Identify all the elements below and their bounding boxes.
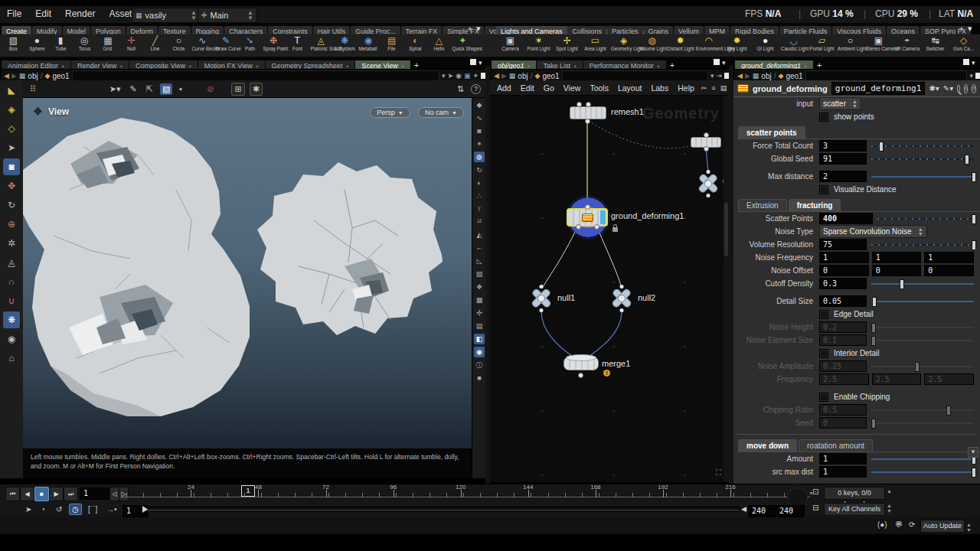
dropdown-noise-type[interactable]: Sparse Convolution Noise▲ ▼ [819,225,927,238]
shelf-tool-stereo-camera[interactable]: ▣Stereo Camera [864,34,893,52]
pivot-icon[interactable]: ⊕ [3,216,20,233]
brush-select-icon[interactable]: ⇱ [144,83,155,95]
chevron-up-icon[interactable]: ▲ [887,488,892,494]
node-label-null2[interactable]: null2 [638,293,655,302]
value-field[interactable]: 1 [872,252,922,263]
layout-split-icon[interactable]: ⇅ [455,83,466,95]
shelf-tool-circle[interactable]: ○Circle [167,34,191,52]
slider-handle[interactable] [871,323,876,333]
layout-selector[interactable]: ✛ Main ▲▼ [198,8,257,23]
node-output-connector[interactable] [576,224,581,230]
tumble-view-icon[interactable]: ◉ [3,331,20,347]
audio-icon[interactable]: ◔ [38,504,47,514]
slider-src-max-dist[interactable] [871,467,974,477]
shelf-tool-area-light[interactable]: ▭Area Light [581,34,609,52]
select-groups-icon[interactable]: ⊘ [204,83,216,95]
global-end-field[interactable]: 240 [776,505,805,517]
dropdown-input[interactable]: scatter▲ ▼ [819,97,861,110]
cube-icon[interactable]: ▣ [464,72,471,80]
brush-icon[interactable]: ✎▾ [943,84,953,93]
key-channels-icon[interactable]: ⊟ [810,503,821,513]
auto-update-dropdown[interactable]: Auto Update [920,520,965,533]
path-root-crumb[interactable]: ▦obj [19,72,38,80]
wrench-icon[interactable]: ✂ [700,84,709,92]
value-field-force-total-count[interactable]: 3 [819,140,867,152]
value-field-volume-resolution[interactable]: 75 [819,239,867,250]
shelf-tool-vr-camera[interactable]: ◓VR Camera [893,34,921,52]
node-input-connector[interactable] [585,204,590,210]
slider-seed[interactable] [871,418,974,428]
jump-end-button[interactable]: ⏭ [64,487,78,501]
network-menu-view[interactable]: View [560,82,585,94]
parms-panel-icon[interactable]: ▤ [719,84,729,92]
value-field[interactable]: 2.5 [819,373,869,385]
select-mode-icon[interactable]: ➤▾ [107,83,123,95]
slider-cutoff-density[interactable] [871,279,974,289]
two-sided-icon[interactable]: ◐ [474,178,485,188]
node-out-null[interactable] [694,170,722,197]
value-field-cutoff-density[interactable]: 0.3 [819,278,867,289]
slider-detail-size[interactable] [871,296,974,306]
shelf-tool-volume-light[interactable]: ◍Volume Light [638,34,666,52]
spinner-icon[interactable]: ▲▼ [191,10,197,21]
shelf-tool-portal-light[interactable]: ▱Portal Light [808,34,836,52]
param-tab-roatation-amount[interactable]: roatation amount [799,439,873,452]
checkbox-enable-chipping[interactable] [819,393,828,402]
help-circle-icon[interactable]: ? [471,84,481,94]
network-menu-tools[interactable]: Tools [586,82,612,94]
param-tab-fracturing[interactable]: fracturing [789,199,841,211]
value-field-noise-element-size[interactable]: 0.1 [819,334,867,346]
slider-handle[interactable] [915,362,920,372]
slider-handle[interactable] [879,142,884,152]
slider-handle[interactable] [872,297,877,307]
spinner-icon[interactable]: ▲▼ [247,10,253,21]
slider-handle[interactable] [871,336,876,346]
path-node-crumb[interactable]: ◆geo1 [535,72,560,80]
jump-start-button[interactable]: ⏮ [5,487,20,501]
network-menu-labs[interactable]: Labs [647,82,672,94]
step-icon[interactable]: →• [104,504,119,514]
shaded-mode-icon[interactable]: ◆ [474,99,485,110]
magnet-snap-icon[interactable]: ∩ [3,273,20,290]
keys-info-box[interactable]: 0 keys, 0/0 channels [824,487,885,500]
slider-global-seed[interactable] [871,154,974,164]
value-field-max-distance[interactable]: 2 [819,171,867,182]
value-field-global-seed[interactable]: 91 [819,153,867,165]
back-arrow-icon[interactable]: ◀ [494,72,499,80]
realtime-clock-icon[interactable]: ◷ [69,504,82,515]
node-label-null1[interactable]: null1 [557,293,575,302]
playhead[interactable]: 1 [241,485,255,497]
slider-noise-element-size[interactable] [871,335,974,345]
path-root-crumb[interactable]: ▦obj [509,72,528,80]
network-menu-add[interactable]: Add [493,82,515,94]
shelf-tool-l-system[interactable]: ❋L-System [333,34,357,52]
panel-icon[interactable]: ▤ [474,321,485,331]
camera-badge[interactable]: No cam▼ [418,107,464,118]
profile-curves-icon[interactable]: ⌐ [474,243,485,253]
shelf-tool-sky-light[interactable]: ✸Sky Light [723,34,751,52]
slider-chipping-ratio[interactable] [871,405,974,415]
path-node-crumb[interactable]: ◆geo1 [779,72,803,80]
value-field-noise-height[interactable]: 0.2 [819,321,867,333]
isolate-icon[interactable]: ◈ [3,101,20,118]
pane-maximize-icon[interactable] [975,73,980,79]
dropdown-arrow-icon[interactable]: ▾ [710,72,714,80]
back-arrow-icon[interactable]: ◀ [737,72,743,80]
magnet-multi-icon[interactable]: ∪ [3,292,20,309]
node-input-connector[interactable] [577,102,582,107]
shelf-tool-path[interactable]: ➘Path [238,34,262,52]
value-field[interactable]: 2.5 [872,373,922,385]
fan-icon[interactable]: ✣ [474,308,485,318]
visible-only-icon[interactable]: ▪ [177,83,185,94]
checkbox-edge-detail[interactable] [819,310,828,319]
node-null1[interactable] [528,285,555,312]
scene-viewport[interactable]: ✥ View Persp▼ No cam▼ [23,98,472,448]
pin-icon[interactable]: ➤ [448,72,454,80]
spinner-icon[interactable]: ▲▼ [887,503,892,514]
path-input-field[interactable] [72,70,439,81]
node-input-connector[interactable] [586,102,591,107]
loop-mode-icon[interactable]: ↺ [54,504,64,514]
forward-arrow-icon[interactable]: ▶ [501,72,507,80]
first-person-icon[interactable]: ⌂ [3,350,20,367]
slider-handle[interactable] [972,240,976,250]
